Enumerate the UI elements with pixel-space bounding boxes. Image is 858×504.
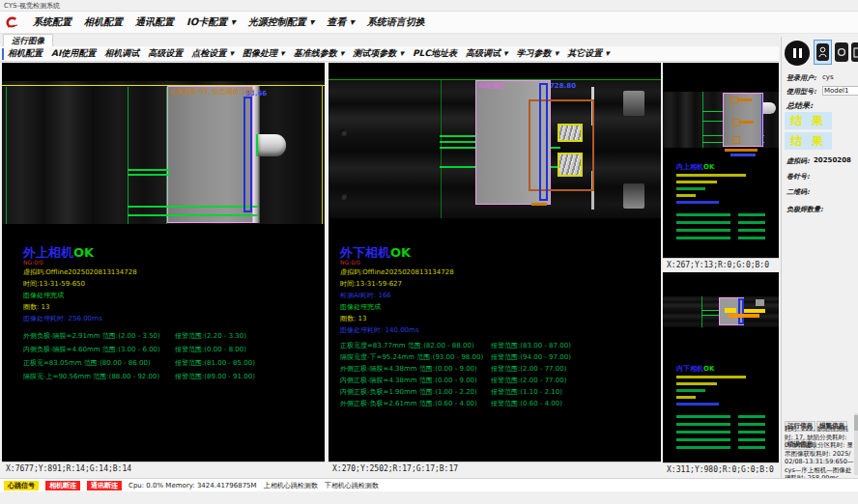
alarm-range-text: 报警范围:(0.60 - 4.00) xyxy=(491,399,562,408)
measurement-text: 内侧负极-隔膜=4.60mm 范围:(3.00 - 6.00) xyxy=(23,345,160,354)
time-line: 时间:13-31-59-627 xyxy=(340,279,402,289)
log-scrollbar-thumb[interactable] xyxy=(854,415,858,431)
tab-run-image[interactable]: 运行图像 xyxy=(3,34,53,47)
heartbeat-badge: 心跳信号 xyxy=(4,481,39,490)
tool-camera-debug[interactable]: 相机调试 xyxy=(104,47,139,60)
measurement-text: 隔膜宽度-下=95.24mm 范围:(93.00 - 98.00) xyxy=(340,352,483,362)
menu-item-comm-config[interactable]: 通讯配置 xyxy=(135,15,174,29)
tool-spot-check[interactable]: 点检设置 ▾ xyxy=(191,47,234,60)
exit-button[interactable] xyxy=(851,42,858,62)
ok-status: OK xyxy=(703,365,714,373)
pause-icon xyxy=(793,48,802,58)
alarm-range-text: 报警范围:(2.00 - 77.00) xyxy=(491,376,566,385)
mini-detect-box xyxy=(732,119,740,126)
model-input[interactable]: Model1 xyxy=(822,86,858,96)
side-control-panel: 登录用户: cys 使用型号: Model1 总结果: 结 果 结 果 虚拟码:… xyxy=(781,37,858,478)
measure-green-line xyxy=(702,121,724,122)
pixel-status-bar-middle: X:270;Y:2502;R:17;G:17;B:17 xyxy=(329,462,661,474)
tiny-orange-annotation xyxy=(729,314,759,318)
roi-green-line xyxy=(128,87,129,224)
camera-panel-outer-lower[interactable]: AI检测区 728.80 外下相机OK NG:0/0 虚拟码:Offline20… xyxy=(329,63,661,474)
menu-item-language-switch[interactable]: 系统语言切换 xyxy=(367,15,425,29)
tool-advanced-settings[interactable]: 高级设置 xyxy=(148,47,183,60)
menu-item-system-config[interactable]: 系统配置 xyxy=(33,15,72,29)
model-label: 使用型号: xyxy=(786,87,816,97)
measurement-row: 正极宽度=83.77mm 范围:(82.00 - 88.00)报警范围:(83.… xyxy=(340,341,649,350)
baseline-yellow-line xyxy=(2,85,325,86)
toolbar-accent-mark xyxy=(2,48,4,60)
tool-learning-params[interactable]: 学习参数 ▾ xyxy=(517,47,559,60)
tool-ai-usage-config[interactable]: AI使用配置 xyxy=(51,47,96,60)
log-scrollbar[interactable] xyxy=(854,413,858,475)
camera-image-inner-lower[interactable] xyxy=(663,296,779,327)
log-text: 耗时: 222, 缺陷检测耗时: 17, 缺陷分类耗时: 0, 缺陷提取分区耗时… xyxy=(785,425,854,483)
camera-panel-inner-upper[interactable]: 内上相机OK X:267;Y:13;R:0;G:0;B:0 xyxy=(663,63,779,270)
measurement-row: 外侧正极-隔膜=4.38mm 范围:(0.00 - 9.00)报警范围:(2.0… xyxy=(340,364,649,374)
menu-item-camera-config[interactable]: 相机配置 xyxy=(84,15,123,29)
login-user-label: 登录用户: xyxy=(786,73,816,83)
tool-other-settings[interactable]: 其它设置 ▾ xyxy=(567,47,610,60)
menu-item-io-config[interactable]: IO卡配置 ▾ xyxy=(186,15,236,29)
alarm-range-text: 报警范围:(83.00 - 87.00) xyxy=(491,341,571,350)
menu-item-light-config[interactable]: 光源控制配置 ▾ xyxy=(248,15,315,29)
measure-green-line xyxy=(128,174,170,176)
tiny-orange-annotation xyxy=(725,149,758,152)
alarm-range-text: 报警范围:(81.00 - 85.00) xyxy=(175,358,255,368)
ok-status: OK xyxy=(703,163,714,171)
pause-button[interactable] xyxy=(785,41,810,66)
camera-image-inner-upper[interactable] xyxy=(663,92,779,148)
tab-strip: 运行图像 xyxy=(0,34,779,47)
alarm-range-text: 报警范围:(0.00 - 8.00) xyxy=(175,345,246,354)
tiny-orange-annotation xyxy=(740,121,754,124)
camera-panel-inner-lower[interactable]: 内下相机OK X:311;Y:980;R:0;G:0;B:0 xyxy=(663,272,779,475)
tool-image-processing[interactable]: 图像处理 ▾ xyxy=(243,47,285,60)
comm-disconnect-badge: 通讯断连 xyxy=(87,481,122,490)
status-ring-button[interactable] xyxy=(835,42,848,62)
measurement-row: 外侧正极-负极=2.61mm 范围:(0.60 - 4.00)报警范围:(0.6… xyxy=(340,399,649,408)
alarm-range-text: 报警范围:(1.10 - 2.10) xyxy=(491,387,562,397)
measurement-row: 内侧正极-隔膜=4.38mm 范围:(0.00 - 9.00)报警范围:(2.0… xyxy=(340,376,649,385)
tiny-yellow-annotation xyxy=(744,309,765,313)
mini-detect-box xyxy=(730,97,738,104)
alarm-range-text: 报警范围:(89.00 - 91.00) xyxy=(175,372,255,381)
roi-green-line xyxy=(6,87,7,224)
result-box-2: 结 果 xyxy=(785,132,832,150)
pixel-status-bar-inner-upper: X:267;Y:13;R:0;G:0;B:0 xyxy=(663,258,779,270)
weld-detect-box xyxy=(558,153,583,177)
roi-green-line xyxy=(701,296,702,327)
turns-line: 圈数: 13 xyxy=(340,314,367,323)
camera-image-outer-upper[interactable]: 93.66 匹配阈值:93, 动态阈值:100 xyxy=(2,81,325,224)
user-button[interactable] xyxy=(816,43,829,61)
virtual-code-value: 20250208 xyxy=(814,156,851,164)
weld-detect-box xyxy=(558,124,583,142)
tool-camera-config[interactable]: 相机配置 xyxy=(8,47,43,60)
tool-advanced-debug[interactable]: 高级调试 ▾ xyxy=(466,47,508,60)
user-icon xyxy=(818,46,827,58)
ai-region-label: AI检测区 xyxy=(478,81,505,91)
metal-tab-part xyxy=(258,134,286,156)
tool-test-params[interactable]: 测试项参数 ▾ xyxy=(353,47,404,60)
measure-green-line xyxy=(128,214,258,216)
process-done-line: 图像处理完成 xyxy=(340,302,381,312)
camera-result-title: 内上相机OK xyxy=(676,162,714,172)
virtual-code-line: 虚拟码:Offline2025020813134728 xyxy=(23,267,137,277)
metal-detail xyxy=(756,299,764,306)
result-block-outer-upper: 外上相机OK NG:0/0 虚拟码:Offline202502081313472… xyxy=(21,244,321,452)
measure-green-tick xyxy=(256,134,258,156)
total-result-label: 总结果: xyxy=(786,100,813,111)
ring-icon xyxy=(837,47,846,57)
measure-green-line xyxy=(440,135,480,137)
measurement-row: 内侧正极-负极=1.90mm 范围:(1.00 - 2.20)报警范围:(1.1… xyxy=(340,387,649,397)
edge-yellow-line xyxy=(322,85,323,224)
tool-baseline-params[interactable]: 基准线参数 ▾ xyxy=(294,47,345,60)
measurement-text: 正极宽=83.05mm 范围:(80.00 - 86.00) xyxy=(23,358,151,368)
camera-name: 内上相机 xyxy=(676,163,703,171)
camera-panel-outer-upper[interactable]: 93.66 匹配阈值:93, 动态阈值:100 外上相机OK NG:0/0 虚拟… xyxy=(2,63,325,474)
virtual-code-label: 虚拟码: xyxy=(786,156,810,166)
menu-item-view[interactable]: 查看 ▾ xyxy=(327,15,355,29)
alarm-range-text: 报警范围:(2.00 - 77.00) xyxy=(491,364,566,374)
tool-plc-address-table[interactable]: PLC地址表 xyxy=(413,47,457,60)
pink-roi-box xyxy=(167,86,253,223)
measurement-text: 外侧正极-负极=2.61mm 范围:(0.60 - 4.00) xyxy=(340,399,477,408)
camera-image-outer-lower[interactable]: AI检测区 728.80 xyxy=(329,79,661,218)
